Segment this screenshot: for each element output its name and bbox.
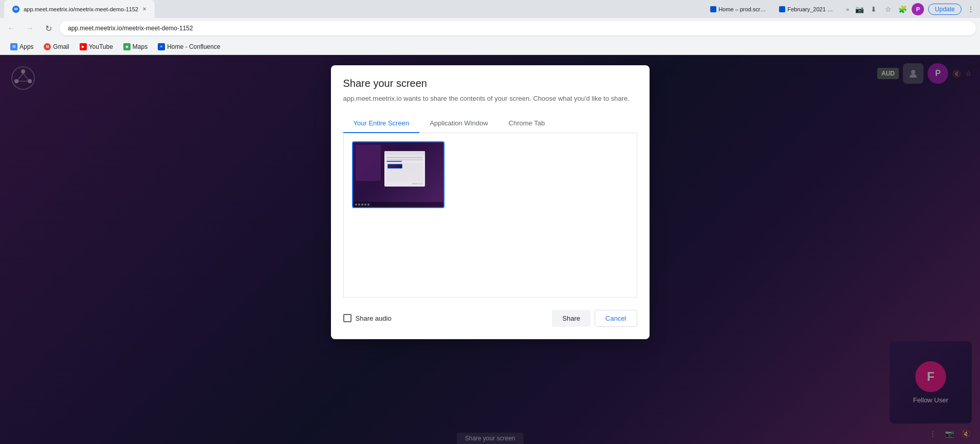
dialog-overlay: Share your screen app.meet.meetrix.io wa… [0, 55, 980, 444]
screen-preview-thumbnail[interactable] [352, 141, 445, 208]
page-content: AUD P 🔇 ☆ F Fellow User ⋮ 📷 🔇 Share your… [0, 55, 980, 444]
extensions-icon: 🧩 [897, 4, 908, 14]
tab-chrome-tab[interactable]: Chrome Tab [498, 114, 556, 133]
tab-title: app.meet.meetrix.io/meetrix-meet-demo-11… [24, 6, 138, 12]
tab-favicon: M [12, 6, 20, 13]
download-icon: ⬇ [868, 4, 879, 14]
screen-preview-inner [353, 142, 443, 207]
bookmark-youtube-label: YouTube [89, 43, 113, 50]
reload-button[interactable]: ↻ [41, 21, 56, 35]
tab-content-area [343, 133, 637, 298]
tab-application-window[interactable]: Application Window [419, 114, 498, 133]
bookmark-maps-label: Maps [133, 43, 147, 50]
title-bar-controls: 📷 ⬇ ☆ 🧩 P Update ⋮ [854, 3, 976, 15]
bookmarks-bar: ⊞ Apps M Gmail ▶ YouTube ◉ Maps ✕ H [0, 39, 980, 55]
maps-icon: ◉ [123, 43, 131, 50]
bookmark-confluence-label: Home - Confluence [167, 43, 220, 50]
taskbar-dot-3 [361, 203, 363, 206]
title-bar: M app.meet.meetrix.io/meetrix-meet-demo-… [0, 0, 980, 18]
bookmark-youtube[interactable]: ▶ YouTube [76, 42, 117, 52]
dialog-subtitle: app.meet.meetrix.io wants to share the c… [343, 94, 637, 104]
mini-taskbar [353, 202, 443, 207]
share-audio-text: Share audio [356, 314, 392, 322]
taskbar-dot-1 [355, 203, 357, 206]
taskbar-dot-4 [364, 203, 366, 206]
back-button[interactable]: ← [4, 21, 19, 35]
dialog-footer: Share audio Share Cancel [343, 306, 637, 327]
update-button[interactable]: Update [928, 4, 961, 15]
active-tab[interactable]: M app.meet.meetrix.io/meetrix-meet-demo-… [4, 0, 155, 18]
profile-avatar[interactable]: P [912, 3, 924, 15]
extra-tab-2[interactable]: February_2021 – Mi... [774, 2, 841, 16]
extra-tab-1-icon [710, 6, 716, 12]
taskbar-dot-2 [358, 203, 360, 206]
cancel-button[interactable]: Cancel [595, 310, 637, 327]
tab-bar: M app.meet.meetrix.io/meetrix-meet-demo-… [4, 0, 703, 18]
address-bar-row: ← → ↻ [0, 18, 980, 39]
extra-tab-1[interactable]: Home – prod.scree... [705, 2, 772, 16]
dialog-tabs: Your Entire Screen Application Window Ch… [343, 114, 637, 133]
browser-frame: M app.meet.meetrix.io/meetrix-meet-demo-… [0, 0, 980, 444]
dialog-title: Share your screen [343, 78, 637, 89]
bookmark-apps-label: Apps [20, 43, 33, 50]
share-screen-dialog: Share your screen app.meet.meetrix.io wa… [331, 65, 650, 339]
camera-icon: 📷 [854, 4, 864, 14]
youtube-icon: ▶ [80, 43, 87, 50]
share-audio-checkbox[interactable] [343, 314, 352, 322]
extra-tab-2-icon [779, 6, 785, 12]
bookmark-gmail[interactable]: M Gmail [40, 42, 73, 52]
dialog-actions: Share Cancel [552, 310, 637, 327]
forward-button[interactable]: → [23, 21, 37, 35]
taskbar-dot-5 [367, 203, 369, 206]
address-input[interactable] [60, 21, 976, 35]
tab-entire-screen[interactable]: Your Entire Screen [343, 114, 420, 133]
gmail-icon: M [44, 43, 51, 50]
bookmark-icon: ☆ [883, 4, 893, 14]
tab-close-icon[interactable]: ✕ [142, 6, 146, 12]
confluence-icon: ✕ [158, 43, 165, 50]
share-button[interactable]: Share [552, 310, 590, 327]
share-audio-label[interactable]: Share audio [343, 314, 392, 322]
more-tabs-chevron[interactable]: » [843, 6, 852, 12]
bookmark-confluence[interactable]: ✕ Home - Confluence [154, 42, 224, 52]
menu-icon[interactable]: ⋮ [966, 4, 976, 14]
extra-tabs-area: Home – prod.scree... February_2021 – Mi.… [705, 2, 852, 16]
bookmark-maps[interactable]: ◉ Maps [119, 42, 152, 52]
bookmark-gmail-label: Gmail [53, 43, 69, 50]
extra-tab-2-label: February_2021 – Mi... [787, 6, 836, 12]
extra-tab-1-label: Home – prod.scree... [718, 6, 767, 12]
apps-icon: ⊞ [10, 43, 17, 50]
bookmark-apps[interactable]: ⊞ Apps [6, 42, 38, 52]
